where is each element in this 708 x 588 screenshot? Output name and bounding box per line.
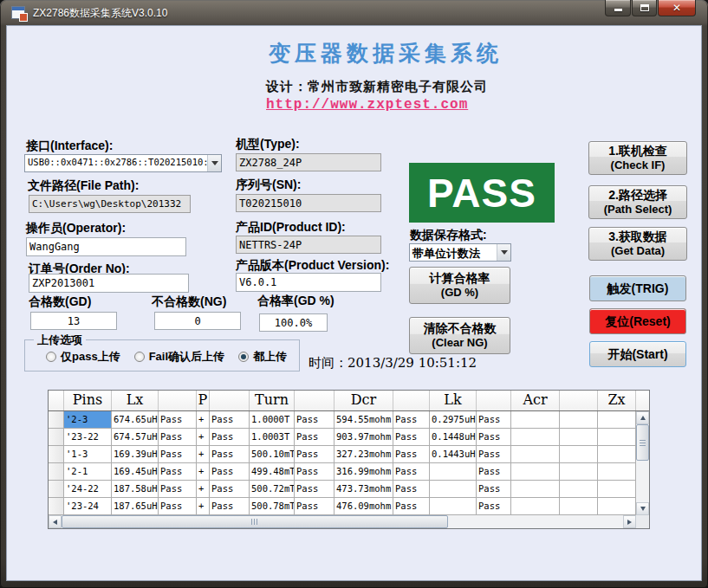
table-cell[interactable] (560, 498, 598, 515)
table-cell[interactable]: Pass (210, 463, 250, 481)
table-cell[interactable]: 499.48mT (250, 463, 295, 481)
row-selector[interactable] (49, 463, 64, 481)
check-if-button[interactable]: 1.联机检查 (Check IF) (588, 141, 687, 175)
table-cell[interactable]: 169.45uH (112, 463, 159, 481)
column-header-pins[interactable]: Pins (64, 391, 112, 410)
table-cell[interactable]: 674.57uH (112, 429, 159, 446)
table-cell[interactable]: Pass (159, 429, 197, 446)
table-cell[interactable]: '23-24 (64, 498, 112, 515)
table-cell[interactable]: Pass (159, 481, 197, 498)
table-cell[interactable]: Pass (295, 411, 335, 429)
get-data-button[interactable]: 3.获取数据 (Get Data) (588, 227, 687, 261)
table-cell[interactable]: 0.1448uH (430, 429, 477, 446)
table-cell[interactable]: Pass (393, 411, 430, 429)
operator-field[interactable] (26, 237, 186, 256)
table-cell[interactable] (598, 481, 636, 498)
table-cell[interactable]: Pass (477, 411, 511, 429)
column-header-blank[interactable] (295, 391, 335, 410)
radio-pass-only[interactable]: 仅pass上传 (46, 349, 120, 365)
table-cell[interactable]: '23-22 (64, 429, 112, 446)
table-cell[interactable] (560, 429, 598, 446)
clear-ng-button[interactable]: 清除不合格数 (Clear NG) (409, 317, 510, 354)
table-cell[interactable]: Pass (159, 498, 197, 515)
table-cell[interactable]: Pass (477, 498, 511, 515)
table-cell[interactable]: Pass (159, 411, 197, 429)
table-cell[interactable]: 169.39uH (112, 446, 159, 463)
gd-rate-field[interactable] (259, 313, 328, 332)
interface-select[interactable]: USB0::0x0471::0x2786::T020215010::: (24, 154, 222, 172)
path-select-button[interactable]: 2.路径选择 (Path Select) (588, 185, 687, 219)
column-header-dcr[interactable]: Dcr (335, 391, 393, 410)
table-cell[interactable] (560, 463, 598, 481)
sn-field[interactable] (236, 194, 381, 212)
maximize-button[interactable] (632, 0, 657, 16)
radio-fail-confirm[interactable]: Fail确认后上传 (134, 349, 224, 365)
column-header-blank[interactable] (159, 391, 197, 410)
table-cell[interactable]: Pass (295, 446, 335, 463)
horizontal-scroll-thumb[interactable] (62, 515, 448, 528)
column-header-turn[interactable]: Turn (250, 391, 295, 410)
table-cell[interactable]: Pass (393, 481, 430, 498)
column-header-acr[interactable]: Acr (511, 391, 560, 410)
table-cell[interactable]: Pass (295, 429, 335, 446)
table-cell[interactable]: 674.65uH (112, 411, 159, 429)
table-cell[interactable] (598, 463, 636, 481)
reset-button[interactable]: 复位(Reset) (589, 308, 686, 334)
horizontal-scrollbar[interactable] (49, 515, 636, 528)
table-cell[interactable]: Pass (393, 498, 430, 515)
table-cell[interactable]: Pass (210, 411, 250, 429)
column-header-blank[interactable] (560, 391, 598, 410)
table-cell[interactable] (511, 463, 560, 481)
table-cell[interactable]: Pass (295, 463, 335, 481)
table-cell[interactable]: Pass (393, 429, 430, 446)
table-cell[interactable] (511, 481, 560, 498)
table-cell[interactable]: Pass (295, 498, 335, 515)
table-cell[interactable] (430, 498, 477, 515)
table-cell[interactable]: 1.0000T (250, 411, 295, 429)
table-cell[interactable]: '2-3 (64, 411, 112, 429)
scroll-left-button[interactable] (49, 515, 62, 528)
table-cell[interactable]: 327.23mohm (335, 446, 393, 463)
save-format-dropdown-button[interactable] (497, 244, 510, 261)
table-cell[interactable]: + (197, 429, 210, 446)
table-cell[interactable]: + (197, 481, 210, 498)
trig-button[interactable]: 触发(TRIG) (589, 275, 686, 301)
table-cell[interactable] (511, 446, 560, 463)
table-cell[interactable]: 500.78mT (250, 498, 295, 515)
product-id-field[interactable] (236, 236, 381, 254)
table-cell[interactable]: 0.2975uH (430, 411, 477, 429)
interface-dropdown-button[interactable] (207, 155, 221, 171)
table-cell[interactable] (511, 411, 560, 429)
column-header-blank[interactable] (477, 391, 511, 410)
table-cell[interactable]: Pass (159, 446, 197, 463)
table-cell[interactable]: Pass (159, 463, 197, 481)
file-path-field[interactable] (29, 195, 191, 213)
table-cell[interactable]: '2-1 (64, 463, 112, 481)
column-header-zx[interactable]: Zx (598, 391, 636, 410)
table-cell[interactable] (430, 463, 477, 481)
column-header-blank[interactable] (49, 391, 64, 410)
row-selector[interactable] (49, 429, 64, 446)
close-button[interactable]: ✕ (658, 0, 696, 16)
table-cell[interactable]: Pass (393, 446, 430, 463)
scroll-right-button[interactable] (623, 515, 636, 528)
table-cell[interactable]: 500.72mT (250, 481, 295, 498)
order-no-field[interactable] (29, 274, 189, 293)
column-header-lk[interactable]: Lk (430, 391, 477, 410)
minimize-button[interactable] (605, 0, 631, 16)
table-cell[interactable] (430, 481, 477, 498)
table-cell[interactable]: Pass (210, 446, 250, 463)
table-cell[interactable]: Pass (477, 446, 511, 463)
table-cell[interactable]: 316.99mohm (335, 463, 393, 481)
table-cell[interactable]: Pass (295, 481, 335, 498)
calc-gd-button[interactable]: 计算合格率 (GD %) (409, 267, 510, 304)
row-selector[interactable] (49, 481, 64, 498)
titlebar[interactable]: ZX2786数据采集系统V3.0.10 ✕ (0, 0, 708, 25)
table-cell[interactable] (598, 411, 636, 429)
table-cell[interactable]: Pass (477, 429, 511, 446)
vertical-scrollbar[interactable] (636, 411, 649, 515)
column-header-blank[interactable] (210, 391, 250, 410)
column-header-blank[interactable] (393, 391, 430, 410)
website-link[interactable]: http://www.zxptest.com (266, 97, 468, 113)
table-cell[interactable]: '1-3 (64, 446, 112, 463)
